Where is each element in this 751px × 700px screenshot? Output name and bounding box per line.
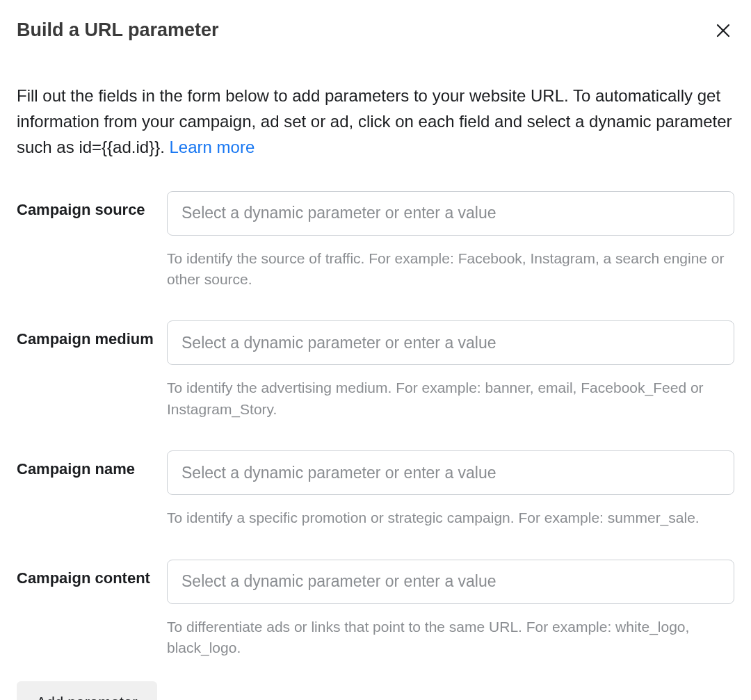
field-label-campaign-content: Campaign content — [17, 560, 167, 587]
campaign-name-input[interactable] — [167, 450, 734, 495]
field-row-campaign-medium: Campaign medium To identify the advertis… — [17, 320, 734, 420]
campaign-source-input[interactable] — [167, 191, 734, 236]
dialog-description: Fill out the fields in the form below to… — [17, 83, 734, 161]
field-content: To identify a specific promotion or stra… — [167, 450, 734, 528]
campaign-medium-input[interactable] — [167, 320, 734, 365]
field-row-campaign-content: Campaign content To differentiate ads or… — [17, 560, 734, 659]
description-text: Fill out the fields in the form below to… — [17, 86, 732, 156]
field-label-campaign-name: Campaign name — [17, 450, 167, 478]
campaign-content-input[interactable] — [167, 560, 734, 604]
field-content: To identify the source of traffic. For e… — [167, 191, 734, 291]
field-row-campaign-source: Campaign source To identify the source o… — [17, 191, 734, 291]
field-row-campaign-name: Campaign name To identify a specific pro… — [17, 450, 734, 528]
field-help-campaign-source: To identify the source of traffic. For e… — [167, 248, 734, 291]
dialog-header: Build a URL parameter — [17, 19, 734, 44]
field-help-campaign-medium: To identify the advertising medium. For … — [167, 377, 734, 420]
add-parameter-button[interactable]: Add parameter — [17, 681, 157, 700]
field-content: To differentiate ads or links that point… — [167, 560, 734, 659]
field-label-campaign-source: Campaign source — [17, 191, 167, 219]
field-content: To identify the advertising medium. For … — [167, 320, 734, 420]
field-help-campaign-name: To identify a specific promotion or stra… — [167, 507, 734, 528]
dialog-title: Build a URL parameter — [17, 19, 219, 41]
close-button[interactable] — [712, 19, 734, 44]
field-help-campaign-content: To differentiate ads or links that point… — [167, 617, 734, 659]
close-icon — [715, 22, 732, 41]
field-label-campaign-medium: Campaign medium — [17, 320, 167, 348]
learn-more-link[interactable]: Learn more — [170, 138, 255, 156]
